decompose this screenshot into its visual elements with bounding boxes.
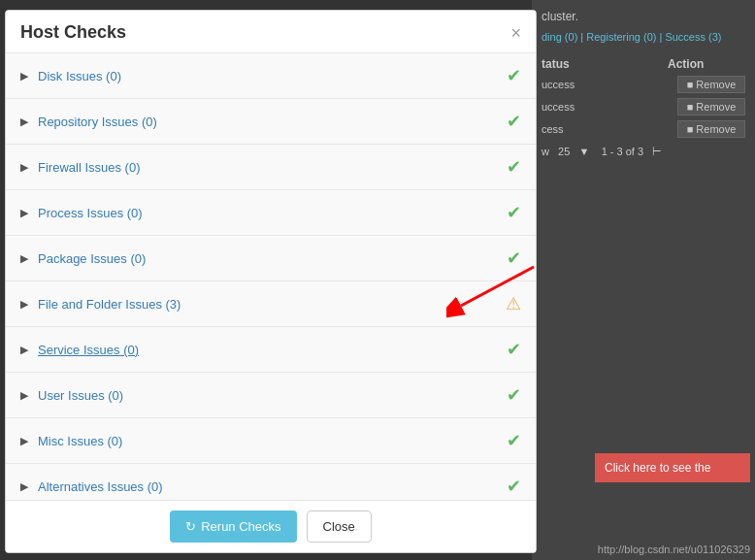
bg-remove-2[interactable]: ■ Remove bbox=[677, 98, 745, 115]
bg-row-2: uccess ■ Remove bbox=[542, 98, 745, 115]
bg-status-3: cess bbox=[542, 123, 677, 135]
rerun-label: Rerun Checks bbox=[201, 519, 280, 534]
action-col-header: Action bbox=[668, 57, 745, 71]
modal-header: Host Checks × bbox=[6, 11, 536, 53]
check-status-icon-alternatives: ✔ bbox=[507, 476, 521, 497]
check-label-misc: Misc Issues (0) bbox=[38, 434, 507, 448]
check-status-icon-user: ✔ bbox=[507, 384, 521, 406]
check-item-file-folder[interactable]: ▶File and Folder Issues (3)⚠ bbox=[6, 281, 536, 327]
bg-remove-3[interactable]: ■ Remove bbox=[677, 120, 745, 138]
check-arrow-process: ▶ bbox=[20, 207, 28, 219]
bg-cluster-text: cluster. bbox=[542, 10, 745, 23]
check-arrow-firewall: ▶ bbox=[20, 161, 28, 174]
check-arrow-repository: ▶ bbox=[20, 115, 28, 128]
check-label-process: Process Issues (0) bbox=[38, 206, 507, 220]
check-label-file-folder: File and Folder Issues (3) bbox=[38, 297, 506, 312]
check-status-icon-repository: ✔ bbox=[507, 111, 521, 132]
modal-close-button[interactable]: × bbox=[510, 24, 521, 42]
check-arrow-service: ▶ bbox=[20, 344, 28, 356]
rerun-icon: ↻ bbox=[185, 519, 196, 534]
check-item-firewall[interactable]: ▶Firewall Issues (0)✔ bbox=[6, 145, 536, 190]
check-item-service[interactable]: ▶Service Issues (0)✔ bbox=[6, 327, 536, 373]
check-status-icon-process: ✔ bbox=[507, 202, 521, 223]
background-content: cluster. ding (0) | Registering (0) | Su… bbox=[532, 0, 755, 560]
bg-remove-1[interactable]: ■ Remove bbox=[677, 76, 745, 93]
bg-table-header: tatus Action bbox=[542, 57, 745, 71]
check-item-repository[interactable]: ▶Repository Issues (0)✔ bbox=[6, 99, 536, 145]
check-status-icon-file-folder: ⚠ bbox=[506, 293, 521, 314]
bg-links: ding (0) | Registering (0) | Success (3) bbox=[542, 31, 745, 43]
check-label-service: Service Issues (0) bbox=[38, 343, 507, 357]
modal-title: Host Checks bbox=[20, 22, 126, 43]
check-item-misc[interactable]: ▶Misc Issues (0)✔ bbox=[6, 418, 536, 464]
check-arrow-misc: ▶ bbox=[20, 435, 28, 447]
modal-footer: ↻ Rerun Checks Close bbox=[6, 500, 536, 552]
check-status-icon-service: ✔ bbox=[507, 339, 521, 360]
rerun-checks-button[interactable]: ↻ Rerun Checks bbox=[170, 511, 296, 543]
check-label-repository: Repository Issues (0) bbox=[38, 115, 507, 129]
check-item-alternatives[interactable]: ▶Alternatives Issues (0)✔ bbox=[6, 464, 536, 500]
check-arrow-disk: ▶ bbox=[20, 70, 28, 82]
check-arrow-alternatives: ▶ bbox=[20, 480, 28, 493]
check-label-package: Package Issues (0) bbox=[38, 251, 507, 266]
bg-status-1: uccess bbox=[542, 79, 677, 90]
check-arrow-package: ▶ bbox=[20, 252, 28, 265]
bg-watermark: http://blog.csdn.net/u011026329 bbox=[598, 544, 750, 555]
check-arrow-user: ▶ bbox=[20, 389, 28, 402]
check-label-alternatives: Alternatives Issues (0) bbox=[38, 479, 507, 494]
check-item-package[interactable]: ▶Package Issues (0)✔ bbox=[6, 236, 536, 281]
host-checks-modal: Host Checks × ▶Disk Issues (0)✔▶Reposito… bbox=[5, 10, 537, 553]
check-label-firewall: Firewall Issues (0) bbox=[38, 160, 507, 175]
bg-click-here[interactable]: Click here to see the bbox=[595, 453, 750, 482]
bg-row-1: uccess ■ Remove bbox=[542, 76, 745, 93]
check-status-icon-firewall: ✔ bbox=[507, 156, 521, 178]
bg-pagination: w 25 ▼ 1 - 3 of 3 ⊢ bbox=[542, 146, 745, 158]
bg-status-2: uccess bbox=[542, 101, 677, 113]
check-item-disk[interactable]: ▶Disk Issues (0)✔ bbox=[6, 53, 536, 99]
check-item-user[interactable]: ▶User Issues (0)✔ bbox=[6, 373, 536, 418]
check-status-icon-package: ✔ bbox=[507, 247, 521, 269]
check-label-disk: Disk Issues (0) bbox=[38, 69, 507, 83]
check-label-user: User Issues (0) bbox=[38, 388, 507, 403]
check-status-icon-disk: ✔ bbox=[507, 65, 521, 86]
check-arrow-file-folder: ▶ bbox=[20, 298, 28, 311]
check-status-icon-misc: ✔ bbox=[507, 430, 521, 451]
bg-row-3: cess ■ Remove bbox=[542, 120, 745, 138]
check-item-process[interactable]: ▶Process Issues (0)✔ bbox=[6, 190, 536, 236]
status-col-header: tatus bbox=[542, 57, 668, 71]
modal-body: ▶Disk Issues (0)✔▶Repository Issues (0)✔… bbox=[6, 53, 536, 500]
close-button[interactable]: Close bbox=[307, 511, 372, 543]
